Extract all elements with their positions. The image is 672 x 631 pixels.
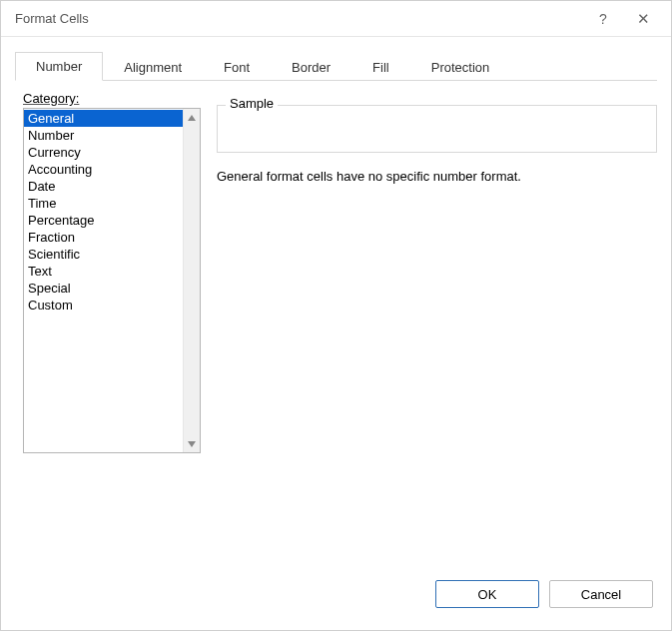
list-item[interactable]: Special (24, 280, 183, 297)
ok-button[interactable]: OK (435, 580, 539, 608)
details-column: Sample General format cells have no spec… (217, 91, 657, 572)
sample-value (218, 106, 656, 130)
list-item[interactable]: Currency (24, 144, 183, 161)
close-icon: ✕ (637, 10, 650, 28)
help-icon: ? (599, 11, 607, 27)
list-item[interactable]: General (24, 110, 183, 127)
category-list: General Number Currency Accounting Date … (24, 109, 183, 452)
tab-alignment[interactable]: Alignment (103, 53, 203, 81)
tab-border[interactable]: Border (271, 53, 351, 81)
format-cells-dialog: Format Cells ? ✕ Number Alignment Font B… (0, 0, 672, 631)
svg-marker-1 (188, 441, 196, 447)
close-button[interactable]: ✕ (623, 5, 663, 33)
tab-fill[interactable]: Fill (351, 53, 410, 81)
svg-marker-0 (188, 115, 196, 121)
list-item[interactable]: Custom (24, 297, 183, 314)
scroll-up-button[interactable] (184, 109, 200, 126)
list-item[interactable]: Fraction (24, 229, 183, 246)
dialog-title: Format Cells (15, 11, 583, 26)
category-scrollbar[interactable] (183, 109, 200, 452)
tabs-container: Number Alignment Font Border Fill Protec… (1, 37, 671, 81)
list-item[interactable]: Percentage (24, 212, 183, 229)
category-column: Category: General Number Currency Accoun… (23, 91, 201, 572)
scroll-down-button[interactable] (184, 435, 200, 452)
tab-font[interactable]: Font (203, 53, 271, 81)
list-item[interactable]: Scientific (24, 246, 183, 263)
sample-legend: Sample (226, 96, 278, 111)
chevron-up-icon (188, 115, 196, 121)
list-item[interactable]: Accounting (24, 161, 183, 178)
tab-number[interactable]: Number (15, 52, 103, 81)
list-item[interactable]: Text (24, 263, 183, 280)
category-label: Category: (23, 91, 201, 106)
list-item[interactable]: Date (24, 178, 183, 195)
dialog-footer: OK Cancel (1, 572, 671, 630)
list-item[interactable]: Time (24, 195, 183, 212)
help-button[interactable]: ? (583, 5, 623, 33)
category-listbox[interactable]: General Number Currency Accounting Date … (23, 108, 201, 453)
tabs: Number Alignment Font Border Fill Protec… (15, 51, 657, 81)
tab-body: Category: General Number Currency Accoun… (1, 81, 671, 572)
sample-group: Sample (217, 105, 657, 153)
cancel-button[interactable]: Cancel (549, 580, 653, 608)
chevron-down-icon (188, 441, 196, 447)
tab-protection[interactable]: Protection (410, 53, 511, 81)
titlebar: Format Cells ? ✕ (1, 1, 671, 37)
list-item[interactable]: Number (24, 127, 183, 144)
format-description: General format cells have no specific nu… (217, 169, 657, 184)
